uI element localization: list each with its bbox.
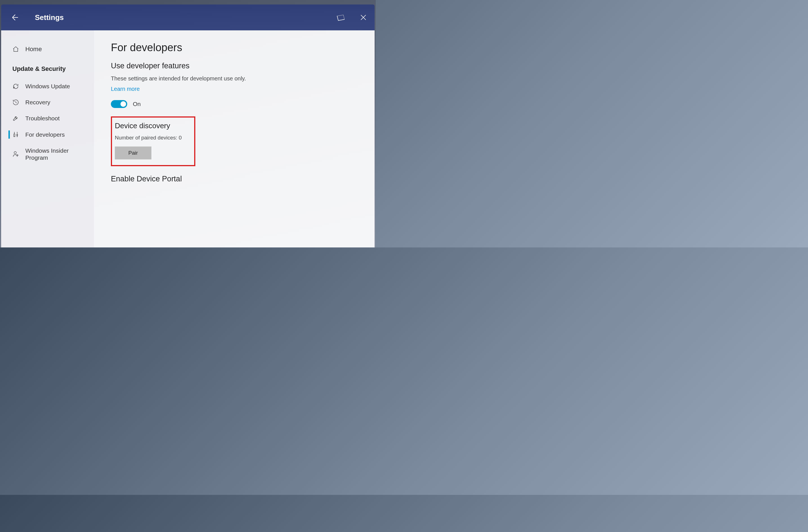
settings-window: Settings: [1, 4, 374, 247]
sidebar-item-windows-update[interactable]: Windows Update: [1, 78, 94, 94]
window-title: Settings: [35, 13, 64, 22]
toggle-state-label: On: [133, 101, 141, 108]
sidebar-item-troubleshoot[interactable]: Troubleshoot: [1, 110, 94, 126]
titlebar: Settings: [1, 4, 374, 31]
sidebar-home[interactable]: Home: [1, 42, 94, 57]
sidebar-item-label: Windows Update: [25, 83, 70, 90]
sidebar-item-for-developers[interactable]: For developers: [1, 127, 94, 142]
dev-features-title: Use developer features: [111, 61, 358, 70]
follow-me-icon: [336, 13, 346, 22]
back-button[interactable]: [10, 12, 21, 23]
device-discovery-title: Device discovery: [115, 121, 189, 130]
wrench-icon: [12, 115, 19, 122]
pair-button[interactable]: Pair: [115, 147, 151, 159]
page-title: For developers: [111, 42, 358, 54]
device-discovery-highlight: Device discovery Number of paired device…: [111, 116, 195, 166]
toggle-knob: [121, 101, 126, 107]
home-icon: [12, 46, 19, 53]
back-arrow-icon: [11, 13, 20, 22]
sidebar-item-label: Windows Insider Program: [25, 147, 86, 161]
developer-mode-toggle-row: On: [111, 100, 358, 108]
sidebar-item-label: Troubleshoot: [25, 115, 60, 122]
svg-point-0: [14, 152, 16, 154]
sidebar-section-title: Update & Security: [1, 57, 94, 78]
svg-point-1: [17, 155, 18, 156]
sidebar-home-label: Home: [25, 45, 42, 53]
developer-mode-toggle[interactable]: [111, 100, 127, 108]
person-icon: [12, 151, 19, 157]
sidebar-item-windows-insider[interactable]: Windows Insider Program: [1, 142, 94, 166]
tools-icon: [12, 131, 19, 138]
device-portal-title: Enable Device Portal: [111, 175, 358, 183]
paired-devices-text: Number of paired devices: 0: [115, 135, 189, 141]
sidebar: Home Update & Security Windows Update: [1, 31, 94, 247]
dev-features-description: These settings are intended for developm…: [111, 75, 358, 82]
sidebar-item-recovery[interactable]: Recovery: [1, 94, 94, 110]
sidebar-item-label: For developers: [25, 131, 65, 138]
main-content: For developers Use developer features Th…: [94, 31, 374, 247]
history-icon: [12, 99, 19, 106]
sync-icon: [12, 83, 19, 90]
close-icon: [360, 14, 367, 21]
content-area: Home Update & Security Windows Update: [1, 31, 374, 247]
close-button[interactable]: [358, 12, 369, 23]
learn-more-link[interactable]: Learn more: [111, 86, 140, 92]
follow-me-button[interactable]: [335, 12, 346, 23]
sidebar-item-label: Recovery: [25, 99, 50, 106]
